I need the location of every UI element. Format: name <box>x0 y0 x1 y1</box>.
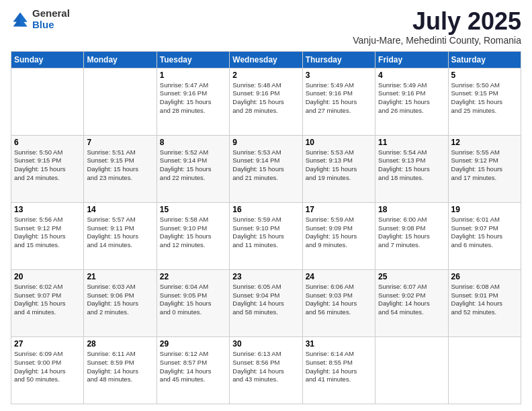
col-monday: Monday <box>84 51 157 68</box>
calendar-week-row: 13Sunrise: 5:56 AM Sunset: 9:12 PM Dayli… <box>11 202 521 269</box>
table-row: 10Sunrise: 5:53 AM Sunset: 9:13 PM Dayli… <box>302 135 375 202</box>
day-number: 28 <box>87 339 153 349</box>
calendar-week-row: 20Sunrise: 6:02 AM Sunset: 9:07 PM Dayli… <box>11 269 521 336</box>
table-row <box>11 68 84 135</box>
day-number: 11 <box>378 138 445 147</box>
day-info: Sunrise: 5:59 AM Sunset: 9:10 PM Dayligh… <box>232 216 299 250</box>
table-row: 30Sunrise: 6:13 AM Sunset: 8:56 PM Dayli… <box>230 336 302 404</box>
table-row: 16Sunrise: 5:59 AM Sunset: 9:10 PM Dayli… <box>230 202 302 269</box>
calendar-header-row: Sunday Monday Tuesday Wednesday Thursday… <box>11 51 521 68</box>
table-row <box>375 336 448 404</box>
logo-blue-text: Blue <box>32 19 70 31</box>
day-info: Sunrise: 5:50 AM Sunset: 9:15 PM Dayligh… <box>14 148 81 183</box>
day-info: Sunrise: 5:53 AM Sunset: 9:14 PM Dayligh… <box>232 148 299 183</box>
day-number: 14 <box>87 205 153 214</box>
table-row: 2Sunrise: 5:48 AM Sunset: 9:16 PM Daylig… <box>230 68 302 135</box>
day-number: 8 <box>160 138 226 147</box>
calendar-week-row: 27Sunrise: 6:09 AM Sunset: 9:00 PM Dayli… <box>11 336 521 404</box>
day-info: Sunrise: 5:57 AM Sunset: 9:11 PM Dayligh… <box>87 216 153 250</box>
day-number: 5 <box>451 71 518 80</box>
day-number: 27 <box>14 339 81 349</box>
day-info: Sunrise: 6:07 AM Sunset: 9:02 PM Dayligh… <box>378 283 445 317</box>
table-row: 23Sunrise: 6:05 AM Sunset: 9:04 PM Dayli… <box>230 269 302 336</box>
main-title: July 2025 <box>353 8 521 35</box>
col-wednesday: Wednesday <box>230 51 302 68</box>
table-row: 21Sunrise: 6:03 AM Sunset: 9:06 PM Dayli… <box>84 269 157 336</box>
day-info: Sunrise: 6:08 AM Sunset: 9:01 PM Dayligh… <box>451 283 518 317</box>
day-info: Sunrise: 5:54 AM Sunset: 9:13 PM Dayligh… <box>378 148 445 183</box>
day-info: Sunrise: 5:55 AM Sunset: 9:12 PM Dayligh… <box>451 148 518 183</box>
day-info: Sunrise: 6:01 AM Sunset: 9:07 PM Dayligh… <box>451 216 518 250</box>
table-row: 26Sunrise: 6:08 AM Sunset: 9:01 PM Dayli… <box>448 269 521 336</box>
day-info: Sunrise: 5:50 AM Sunset: 9:15 PM Dayligh… <box>451 81 518 116</box>
day-info: Sunrise: 6:06 AM Sunset: 9:03 PM Dayligh… <box>306 283 372 317</box>
day-info: Sunrise: 5:47 AM Sunset: 9:16 PM Dayligh… <box>160 81 226 116</box>
day-info: Sunrise: 6:00 AM Sunset: 9:08 PM Dayligh… <box>378 216 445 250</box>
day-number: 29 <box>160 339 226 349</box>
table-row: 4Sunrise: 5:49 AM Sunset: 9:16 PM Daylig… <box>375 68 448 135</box>
table-row: 6Sunrise: 5:50 AM Sunset: 9:15 PM Daylig… <box>11 135 84 202</box>
day-info: Sunrise: 6:03 AM Sunset: 9:06 PM Dayligh… <box>87 283 153 317</box>
col-saturday: Saturday <box>448 51 521 68</box>
col-tuesday: Tuesday <box>157 51 229 68</box>
day-number: 26 <box>451 272 518 281</box>
table-row: 15Sunrise: 5:58 AM Sunset: 9:10 PM Dayli… <box>157 202 229 269</box>
day-info: Sunrise: 6:09 AM Sunset: 9:00 PM Dayligh… <box>14 350 81 384</box>
day-number: 17 <box>306 205 372 214</box>
table-row: 29Sunrise: 6:12 AM Sunset: 8:57 PM Dayli… <box>157 336 229 404</box>
day-info: Sunrise: 5:48 AM Sunset: 9:16 PM Dayligh… <box>232 81 299 116</box>
table-row: 11Sunrise: 5:54 AM Sunset: 9:13 PM Dayli… <box>375 135 448 202</box>
day-number: 22 <box>160 272 226 281</box>
title-block: July 2025 Vanju-Mare, Mehedinti County, … <box>353 8 521 46</box>
day-number: 19 <box>451 205 518 214</box>
day-number: 9 <box>232 138 299 147</box>
day-number: 2 <box>232 71 299 80</box>
day-info: Sunrise: 5:58 AM Sunset: 9:10 PM Dayligh… <box>160 216 226 250</box>
calendar-week-row: 1Sunrise: 5:47 AM Sunset: 9:16 PM Daylig… <box>11 68 521 135</box>
day-number: 12 <box>451 138 518 147</box>
day-number: 25 <box>378 272 445 281</box>
day-number: 30 <box>232 339 299 349</box>
subtitle: Vanju-Mare, Mehedinti County, Romania <box>353 35 521 46</box>
day-number: 10 <box>306 138 372 147</box>
day-number: 7 <box>87 138 153 147</box>
day-info: Sunrise: 5:52 AM Sunset: 9:14 PM Dayligh… <box>160 148 226 183</box>
table-row <box>84 68 157 135</box>
table-row: 5Sunrise: 5:50 AM Sunset: 9:15 PM Daylig… <box>448 68 521 135</box>
logo: General Blue <box>11 8 70 30</box>
day-info: Sunrise: 6:04 AM Sunset: 9:05 PM Dayligh… <box>160 283 226 317</box>
logo-icon <box>11 10 30 29</box>
day-number: 4 <box>378 71 445 80</box>
day-number: 15 <box>160 205 226 214</box>
table-row: 31Sunrise: 6:14 AM Sunset: 8:55 PM Dayli… <box>302 336 375 404</box>
table-row: 7Sunrise: 5:51 AM Sunset: 9:15 PM Daylig… <box>84 135 157 202</box>
table-row: 22Sunrise: 6:04 AM Sunset: 9:05 PM Dayli… <box>157 269 229 336</box>
calendar-week-row: 6Sunrise: 5:50 AM Sunset: 9:15 PM Daylig… <box>11 135 521 202</box>
table-row: 3Sunrise: 5:49 AM Sunset: 9:16 PM Daylig… <box>302 68 375 135</box>
day-number: 21 <box>87 272 153 281</box>
day-info: Sunrise: 5:49 AM Sunset: 9:16 PM Dayligh… <box>306 81 372 116</box>
table-row: 19Sunrise: 6:01 AM Sunset: 9:07 PM Dayli… <box>448 202 521 269</box>
table-row: 28Sunrise: 6:11 AM Sunset: 8:59 PM Dayli… <box>84 336 157 404</box>
day-number: 24 <box>306 272 372 281</box>
day-info: Sunrise: 6:05 AM Sunset: 9:04 PM Dayligh… <box>232 283 299 317</box>
day-info: Sunrise: 5:49 AM Sunset: 9:16 PM Dayligh… <box>378 81 445 116</box>
svg-marker-1 <box>20 12 28 26</box>
day-info: Sunrise: 6:13 AM Sunset: 8:56 PM Dayligh… <box>232 350 299 384</box>
day-info: Sunrise: 6:11 AM Sunset: 8:59 PM Dayligh… <box>87 350 153 384</box>
table-row: 18Sunrise: 6:00 AM Sunset: 9:08 PM Dayli… <box>375 202 448 269</box>
day-info: Sunrise: 6:14 AM Sunset: 8:55 PM Dayligh… <box>306 350 372 384</box>
day-number: 13 <box>14 205 81 214</box>
table-row: 13Sunrise: 5:56 AM Sunset: 9:12 PM Dayli… <box>11 202 84 269</box>
day-number: 1 <box>160 71 226 80</box>
day-info: Sunrise: 5:53 AM Sunset: 9:13 PM Dayligh… <box>306 148 372 183</box>
day-number: 31 <box>306 339 372 349</box>
table-row: 17Sunrise: 5:59 AM Sunset: 9:09 PM Dayli… <box>302 202 375 269</box>
table-row: 14Sunrise: 5:57 AM Sunset: 9:11 PM Dayli… <box>84 202 157 269</box>
day-number: 20 <box>14 272 81 281</box>
table-row: 24Sunrise: 6:06 AM Sunset: 9:03 PM Dayli… <box>302 269 375 336</box>
day-number: 3 <box>306 71 372 80</box>
table-row: 12Sunrise: 5:55 AM Sunset: 9:12 PM Dayli… <box>448 135 521 202</box>
day-info: Sunrise: 6:12 AM Sunset: 8:57 PM Dayligh… <box>160 350 226 384</box>
table-row: 27Sunrise: 6:09 AM Sunset: 9:00 PM Dayli… <box>11 336 84 404</box>
